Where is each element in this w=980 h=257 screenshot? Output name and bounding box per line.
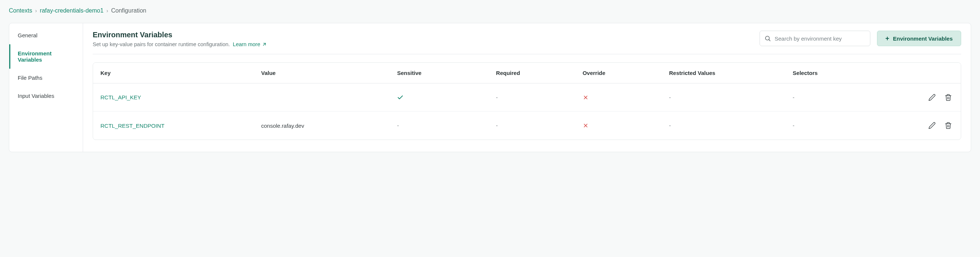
table-row: RCTL_REST_ENDPOINTconsole.rafay.dev----: [93, 111, 961, 140]
col-override: Override: [583, 70, 669, 76]
cell-key[interactable]: RCTL_REST_ENDPOINT: [100, 122, 261, 129]
check-icon: [397, 94, 404, 101]
main-content: Environment Variables Set up key-value p…: [83, 23, 971, 152]
env-variables-table: Key Value Sensitive Required Override Re…: [93, 62, 961, 140]
table-header: Key Value Sensitive Required Override Re…: [93, 63, 961, 84]
search-input-wrap[interactable]: [760, 31, 870, 46]
cell-key[interactable]: RCTL_API_KEY: [100, 94, 261, 100]
edit-button[interactable]: [927, 92, 937, 103]
edit-button[interactable]: [927, 121, 937, 131]
cell-restricted: -: [669, 122, 793, 128]
x-icon: [583, 95, 589, 100]
x-icon: [583, 122, 589, 128]
sidebar-item-environment-variables[interactable]: Environment Variables: [9, 44, 83, 69]
cell-required: -: [496, 122, 582, 128]
breadcrumb-current: Configuration: [111, 7, 146, 14]
page-title: Environment Variables: [93, 31, 267, 39]
config-panel: General Environment Variables File Paths…: [9, 23, 971, 152]
cell-override: [583, 95, 669, 100]
sidebar-item-input-variables[interactable]: Input Variables: [9, 87, 83, 105]
delete-button[interactable]: [943, 121, 953, 131]
col-sensitive: Sensitive: [397, 70, 496, 76]
sidebar-item-general[interactable]: General: [9, 26, 83, 44]
col-selectors: Selectors: [793, 70, 953, 76]
search-icon: [764, 35, 771, 42]
breadcrumb: Contexts › rafay-credentials-demo1 › Con…: [9, 7, 971, 14]
external-link-icon: [262, 42, 267, 47]
add-environment-variables-button[interactable]: + Environment Variables: [877, 31, 961, 46]
cell-override: [583, 122, 669, 128]
page-subtitle: Set up key-value pairs for container run…: [93, 41, 267, 47]
plus-icon: +: [886, 35, 889, 42]
trash-icon: [945, 94, 952, 101]
cell-sensitive: [397, 94, 496, 101]
cell-selectors: -: [793, 121, 953, 131]
cell-required: -: [496, 95, 582, 100]
cell-value: console.rafay.dev: [261, 122, 397, 129]
search-input[interactable]: [775, 35, 865, 42]
sidebar-item-file-paths[interactable]: File Paths: [9, 69, 83, 87]
pencil-icon: [928, 122, 936, 129]
pencil-icon: [928, 94, 936, 101]
sidebar: General Environment Variables File Paths…: [9, 23, 83, 152]
learn-more-link[interactable]: Learn more: [233, 41, 267, 47]
col-required: Required: [496, 70, 582, 76]
trash-icon: [945, 122, 952, 129]
delete-button[interactable]: [943, 92, 953, 103]
breadcrumb-item[interactable]: rafay-credentials-demo1: [40, 7, 104, 14]
table-row: RCTL_API_KEY---: [93, 84, 961, 111]
breadcrumb-root[interactable]: Contexts: [9, 7, 32, 14]
col-value: Value: [261, 70, 397, 76]
chevron-right-icon: ›: [107, 8, 108, 14]
svg-line-2: [769, 40, 770, 41]
cell-selectors: -: [793, 92, 953, 103]
col-restricted: Restricted Values: [669, 70, 793, 76]
cell-restricted: -: [669, 95, 793, 100]
chevron-right-icon: ›: [35, 8, 37, 14]
cell-sensitive: -: [397, 122, 496, 128]
col-key: Key: [100, 70, 261, 76]
svg-line-0: [263, 43, 266, 45]
divider: [93, 54, 961, 54]
